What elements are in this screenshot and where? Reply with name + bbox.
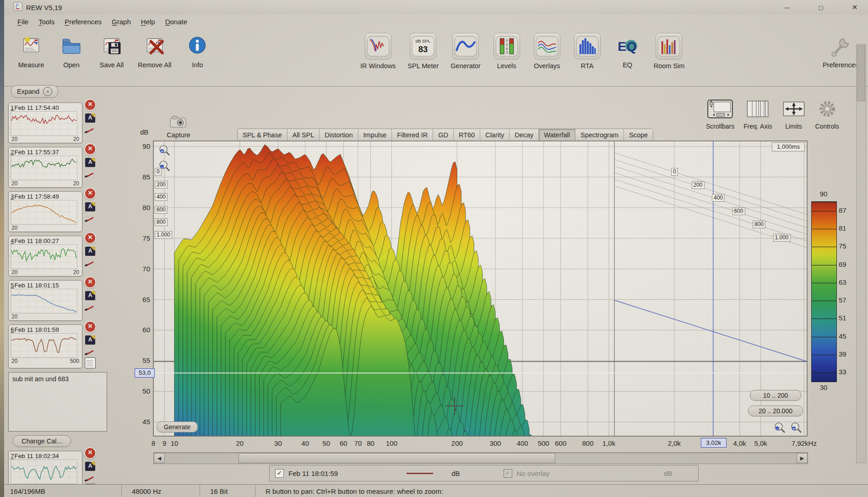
svg-text:+: + bbox=[161, 149, 163, 154]
h-scrollbar-thumb[interactable] bbox=[239, 453, 555, 463]
range-button-20-20-000[interactable]: 20 .. 20.000 bbox=[748, 405, 803, 416]
freq-axis-label: 5,0k bbox=[745, 439, 777, 447]
legend-unit: dB bbox=[451, 470, 460, 477]
freq-axis-label: 10 bbox=[158, 439, 190, 447]
colorbar-label: 33 bbox=[839, 368, 846, 376]
colorbar-divider bbox=[812, 319, 836, 319]
db-axis-label: 60 bbox=[130, 326, 150, 334]
scroll-left-icon[interactable]: ◀ bbox=[154, 453, 165, 463]
colorbar-label: 39 bbox=[839, 350, 846, 358]
bitdepth-status: 16 Bit bbox=[200, 485, 255, 497]
colorbar-divider bbox=[812, 202, 836, 202]
time-axis-label: 600 bbox=[155, 206, 168, 214]
time-axis-label: 1.000 bbox=[773, 234, 791, 242]
colorbar-label: 75 bbox=[839, 242, 846, 250]
colorbar-label: 69 bbox=[839, 260, 846, 268]
colorbar-divider bbox=[812, 283, 836, 283]
samplerate-status: 48000 Hz bbox=[122, 485, 200, 497]
db-axis-label: 80 bbox=[130, 204, 150, 211]
legend-overlay-unit: dB bbox=[664, 470, 672, 477]
memory-status[interactable]: 164/196MB bbox=[0, 485, 122, 497]
time-axis-label: 200 bbox=[155, 181, 168, 189]
freq-axis-label: 100 bbox=[376, 439, 408, 447]
db-axis-label: 70 bbox=[130, 265, 150, 273]
db-axis-label: 50 bbox=[130, 387, 150, 395]
legend-overlay-label: No overlay bbox=[517, 470, 550, 477]
scroll-right-icon[interactable]: ▶ bbox=[797, 453, 808, 463]
colorbar-divider bbox=[812, 211, 836, 211]
h-scrollbar[interactable]: ◀ ▶ bbox=[153, 452, 808, 464]
measurement-checkbox[interactable]: ✓ bbox=[275, 469, 284, 478]
db-axis-label: 90 bbox=[130, 142, 150, 150]
rew-application-window: REW V5,19 ─ □ ✕ FileToolsPreferencesGrap… bbox=[0, 0, 868, 497]
zoom-in-icon[interactable]: + bbox=[789, 421, 803, 435]
colorbar-divider bbox=[812, 337, 836, 337]
time-axis-label: 600 bbox=[732, 207, 745, 215]
cursor-level-box: 53,0 bbox=[135, 368, 155, 378]
freq-axis-label: 2,0k bbox=[658, 439, 690, 447]
legend-bar: ✓ Feb 11 18:01:59 dB ✓ No overlay dB bbox=[269, 465, 699, 481]
v-scrollbar-thumb[interactable] bbox=[857, 45, 865, 101]
db-axis-label: 55 bbox=[130, 357, 150, 364]
freq-axis-label: 20 bbox=[224, 439, 256, 447]
svg-text:−: − bbox=[161, 165, 163, 169]
screen-bezel bbox=[0, 0, 4, 497]
legend-trace-swatch bbox=[407, 473, 433, 474]
time-axis-label: 0 bbox=[671, 168, 678, 176]
colorbar-label: 45 bbox=[839, 332, 846, 340]
colorbar-divider bbox=[812, 355, 836, 355]
colorbar-label: 51 bbox=[839, 314, 846, 322]
colorbar-label: 63 bbox=[839, 278, 846, 286]
freq-axis-label: 1,0k bbox=[593, 439, 625, 447]
colorbar-label: 81 bbox=[839, 224, 846, 232]
zoom-in-icon[interactable]: + bbox=[157, 144, 171, 157]
colorbar-label: 57 bbox=[839, 296, 846, 304]
colorbar-label: 90 bbox=[811, 190, 836, 198]
time-axis-label: 400 bbox=[712, 194, 725, 202]
range-button-10-200[interactable]: 10 .. 200 bbox=[750, 390, 801, 401]
zoom-out-icon[interactable]: − bbox=[157, 159, 171, 173]
time-axis-label: 800 bbox=[155, 218, 168, 226]
colorbar-divider bbox=[812, 301, 836, 301]
overlay-checkbox[interactable]: ✓ bbox=[504, 469, 512, 478]
time-axis-label: 200 bbox=[692, 181, 705, 189]
svg-text:−: − bbox=[776, 427, 778, 431]
db-axis-label: 85 bbox=[130, 173, 150, 181]
colorbar-divider bbox=[812, 247, 836, 247]
colorbar-divider bbox=[812, 229, 836, 229]
svg-text:+: + bbox=[792, 427, 795, 431]
colorbar bbox=[811, 201, 837, 382]
time-axis-label: 400 bbox=[155, 193, 168, 201]
waterfall-window-label: 1.000ms bbox=[772, 142, 805, 151]
legend-measurement-label: Feb 11 18:01:59 bbox=[288, 470, 338, 477]
v-scrollbar[interactable] bbox=[856, 44, 866, 463]
zoom-out-icon[interactable]: − bbox=[773, 421, 787, 435]
hint-status: R button to pan: Ctrl+R button to measur… bbox=[255, 485, 868, 497]
colorbar-label: 87 bbox=[839, 206, 846, 214]
db-axis-label: 75 bbox=[130, 234, 150, 242]
cursor-freq-box: 3,02k bbox=[701, 438, 727, 448]
db-axis-label: 65 bbox=[130, 296, 150, 303]
freq-axis-label: 200 bbox=[441, 439, 473, 447]
time-axis-label: 800 bbox=[753, 221, 765, 228]
generate-button[interactable]: Generate bbox=[157, 421, 198, 432]
colorbar-label: 30 bbox=[811, 384, 836, 391]
freq-axis-label: 7,92kHz bbox=[788, 439, 820, 447]
time-axis-label: 1.000 bbox=[155, 231, 172, 239]
colorbar-divider bbox=[812, 373, 836, 373]
colorbar-divider bbox=[812, 265, 836, 265]
db-axis-label: 45 bbox=[130, 418, 150, 426]
status-bar: 164/196MB 48000 Hz 16 Bit R button to pa… bbox=[0, 484, 868, 497]
